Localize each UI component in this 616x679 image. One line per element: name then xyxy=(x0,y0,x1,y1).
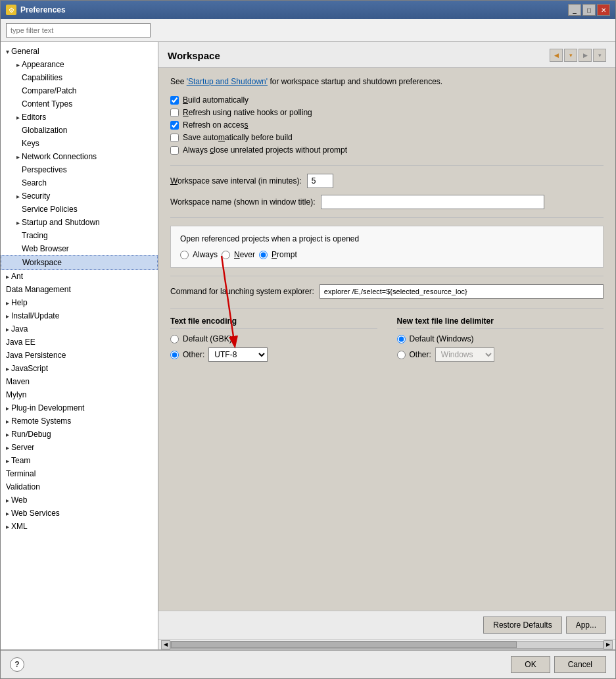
sidebar-item-web[interactable]: ▸ Web xyxy=(1,493,158,507)
sidebar-item-keys[interactable]: Keys xyxy=(1,137,158,150)
sidebar-item-workspace[interactable]: Workspace xyxy=(1,255,158,270)
rb-prompt[interactable] xyxy=(259,251,268,259)
workspace-name-label: Workspace name (shown in window title): xyxy=(170,197,316,207)
sidebar-item-maven[interactable]: Maven xyxy=(1,375,158,388)
save-interval-input[interactable] xyxy=(307,174,333,188)
rb-always[interactable] xyxy=(180,251,189,259)
sidebar-item-remote-systems[interactable]: ▸ Remote Systems xyxy=(1,415,158,428)
startup-shutdown-link[interactable]: 'Startup and Shutdown' xyxy=(187,77,268,86)
sidebar-label-javascript: JavaScript xyxy=(11,364,48,373)
sidebar-item-xml[interactable]: ▸ XML xyxy=(1,520,158,533)
rb-delim-other[interactable] xyxy=(397,351,406,359)
scroll-right-button[interactable]: ▶ xyxy=(604,640,613,649)
forward-dropdown[interactable]: ▾ xyxy=(593,49,606,62)
apply-button[interactable]: App... xyxy=(566,616,606,634)
checkbox-close-unrelated[interactable]: Always close unrelated projects without … xyxy=(170,145,604,155)
radio-never[interactable]: Never xyxy=(222,250,255,259)
checkbox-build-auto[interactable]: Build automatically xyxy=(170,95,604,105)
sidebar-item-java[interactable]: ▸ Java xyxy=(1,322,158,336)
sidebar-label-xml: XML xyxy=(11,522,28,531)
sidebar-item-tracing[interactable]: Tracing xyxy=(1,229,158,242)
bottom-action-bar: Restore Defaults App... xyxy=(158,611,615,639)
cancel-button[interactable]: Cancel xyxy=(554,656,606,673)
sidebar-item-web-browser[interactable]: Web Browser xyxy=(1,242,158,255)
command-input[interactable] xyxy=(320,284,604,299)
maximize-button[interactable]: □ xyxy=(582,4,596,16)
sidebar-item-web-services[interactable]: ▸ Web Services xyxy=(1,507,158,520)
cb-refresh-access[interactable] xyxy=(170,121,179,130)
radio-prompt[interactable]: Prompt xyxy=(259,250,297,259)
sidebar-item-ant[interactable]: ▸ Ant xyxy=(1,270,158,283)
sidebar-item-mylyn[interactable]: Mylyn xyxy=(1,388,158,401)
sidebar-item-capabilities[interactable]: Capabilities xyxy=(1,71,158,84)
line-delimiter-options: Default (Windows) Other: Windows Unix Ma… xyxy=(397,334,604,362)
enc-default-option[interactable]: Default (GBK) xyxy=(170,334,377,343)
sidebar-item-security[interactable]: ▸ Security xyxy=(1,189,158,203)
minimize-button[interactable]: _ xyxy=(568,4,581,16)
h-scrollbar[interactable] xyxy=(170,641,604,649)
sidebar-item-run-debug[interactable]: ▸ Run/Debug xyxy=(1,428,158,441)
sidebar-item-editors[interactable]: ▸ Editors xyxy=(1,111,158,124)
cb-refresh-native[interactable] xyxy=(170,109,179,117)
sidebar-item-validation[interactable]: Validation xyxy=(1,480,158,493)
delim-other-option[interactable]: Other: Windows Unix Mac xyxy=(397,347,604,362)
restore-defaults-button[interactable]: Restore Defaults xyxy=(483,616,561,634)
sidebar-item-javascript[interactable]: ▸ JavaScript xyxy=(1,362,158,375)
sidebar-label-help: Help xyxy=(11,298,28,307)
enc-other-option[interactable]: Other: UTF-8 UTF-16 ISO-8859-1 US-ASCII xyxy=(170,347,377,362)
line-delimiter-section: New text file line delimiter Default (Wi… xyxy=(397,316,604,362)
sidebar-item-startup-shutdown[interactable]: ▸ Startup and Shutdown xyxy=(1,216,158,229)
radio-always[interactable]: Always xyxy=(180,250,218,259)
sidebar-item-globalization[interactable]: Globalization xyxy=(1,124,158,137)
back-dropdown[interactable]: ▾ xyxy=(564,49,577,62)
scrollbar-thumb xyxy=(171,641,517,648)
back-button[interactable]: ◀ xyxy=(550,49,563,62)
rb-delim-default[interactable] xyxy=(397,335,406,343)
sidebar-item-perspectives[interactable]: Perspectives xyxy=(1,163,158,176)
sidebar-item-search[interactable]: Search xyxy=(1,176,158,189)
text-encoding-section: Text file encoding Default (GBK) Other: xyxy=(170,316,377,362)
delim-other-select[interactable]: Windows Unix Mac xyxy=(435,347,494,362)
checkbox-refresh-native[interactable]: Refresh using native hooks or polling xyxy=(170,108,604,117)
sidebar-item-compare-patch[interactable]: Compare/Patch xyxy=(1,84,158,97)
rb-enc-default[interactable] xyxy=(170,335,179,343)
ok-button[interactable]: OK xyxy=(511,656,550,673)
checkbox-group: Build automatically Refresh using native… xyxy=(170,95,604,155)
sidebar-item-install-update[interactable]: ▸ Install/Update xyxy=(1,309,158,322)
sidebar-item-java-ee[interactable]: Java EE xyxy=(1,336,158,349)
workspace-name-row: Workspace name (shown in window title): xyxy=(170,195,604,209)
sidebar-item-team[interactable]: ▸ Team xyxy=(1,454,158,467)
workspace-name-input[interactable] xyxy=(321,195,544,209)
sidebar-item-java-persistence[interactable]: Java Persistence xyxy=(1,349,158,362)
sidebar-item-appearance[interactable]: ▸ Appearance xyxy=(1,58,158,71)
checkbox-refresh-access[interactable]: Refresh on access xyxy=(170,120,604,130)
app-icon: ⚙ xyxy=(6,5,16,15)
sidebar-label-general: General xyxy=(11,47,39,56)
filter-input[interactable] xyxy=(6,23,151,38)
sidebar-item-general[interactable]: ▾ General xyxy=(1,45,158,58)
scroll-left-button[interactable]: ◀ xyxy=(161,640,170,649)
cb-build-auto[interactable] xyxy=(170,96,179,105)
sidebar-item-content-types[interactable]: Content Types xyxy=(1,97,158,111)
sidebar-item-server[interactable]: ▸ Server xyxy=(1,441,158,454)
sidebar-item-help[interactable]: ▸ Help xyxy=(1,296,158,309)
enc-other-select[interactable]: UTF-8 UTF-16 ISO-8859-1 US-ASCII xyxy=(208,347,268,362)
sidebar-item-data-management[interactable]: Data Management xyxy=(1,283,158,296)
sidebar-item-terminal[interactable]: Terminal xyxy=(1,467,158,480)
sidebar-item-network-connections[interactable]: ▸ Network Connections xyxy=(1,150,158,163)
title-bar: ⚙ Preferences _ □ ✕ xyxy=(1,1,615,19)
sidebar-label-startup-shutdown: Startup and Shutdown xyxy=(22,218,100,227)
help-button[interactable]: ? xyxy=(10,657,24,672)
cb-save-auto[interactable] xyxy=(170,134,179,142)
sidebar-label-mylyn: Mylyn xyxy=(6,390,26,399)
rb-enc-other[interactable] xyxy=(170,351,179,359)
close-button[interactable]: ✕ xyxy=(597,4,610,16)
sidebar-item-service-policies[interactable]: Service Policies xyxy=(1,203,158,216)
sidebar-item-plugin-dev[interactable]: ▸ Plug-in Development xyxy=(1,401,158,415)
rb-never[interactable] xyxy=(222,251,230,259)
forward-button[interactable]: ▶ xyxy=(579,49,592,62)
cb-close-unrelated[interactable] xyxy=(170,146,179,155)
checkbox-save-auto[interactable]: Save automatically before build xyxy=(170,133,604,142)
delim-default-option[interactable]: Default (Windows) xyxy=(397,334,604,343)
encoding-sections: Text file encoding Default (GBK) Other: xyxy=(170,316,604,362)
